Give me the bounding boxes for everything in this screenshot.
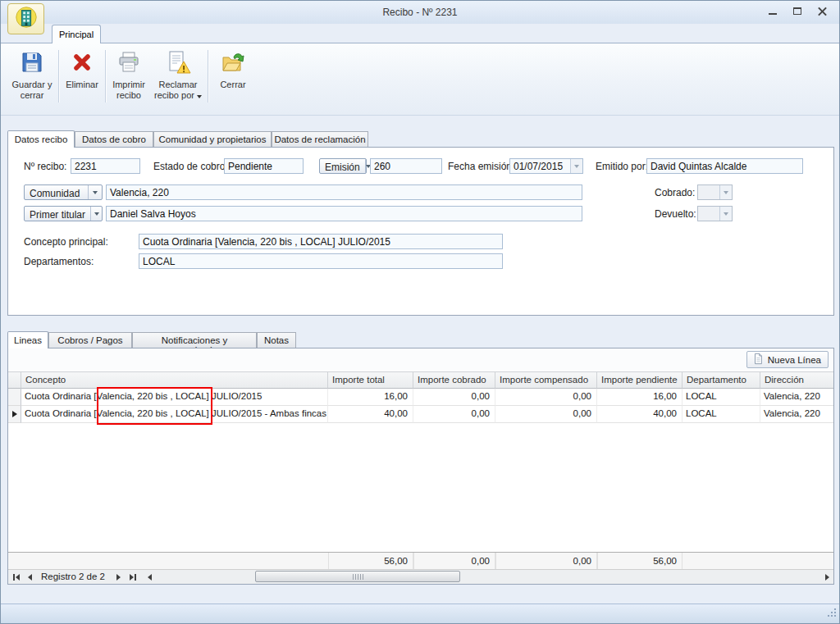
current-row-arrow-icon [12, 411, 17, 417]
cell-importe-cobrado[interactable]: 0,00 [413, 406, 495, 423]
record-navigator: Registro 2 de 2 [8, 570, 833, 584]
title-bar[interactable]: Recibo - Nº 2231 [1, 1, 839, 24]
cell-importe-pendiente[interactable]: 16,00 [597, 389, 682, 406]
departamentos-field[interactable]: LOCAL [139, 253, 503, 269]
cell-importe-compensado[interactable]: 0,00 [495, 406, 597, 423]
tab-notas[interactable]: Notas [257, 332, 296, 348]
dropdown-arrow-icon [574, 165, 579, 168]
fecha-emision-field[interactable]: 01/07/2015 [509, 158, 583, 174]
horizontal-scrollbar-thumb[interactable] [255, 571, 460, 582]
delete-label: Eliminar [66, 80, 98, 90]
date-dropdown-button[interactable] [570, 159, 582, 173]
concepto-principal-label: Concepto principal: [24, 236, 108, 248]
minimize-icon [769, 13, 777, 15]
comunidad-dropdown[interactable] [88, 185, 102, 199]
ribbon: Guardar y cerrar Eliminar Imprimir recib… [1, 43, 839, 116]
emision-number-field[interactable]: 260 [370, 158, 442, 174]
num-recibo-field[interactable]: 2231 [71, 158, 140, 174]
fecha-emision-label: Fecha emisión: [448, 161, 514, 172]
close-form-button[interactable]: Cerrar [212, 47, 254, 111]
estado-cobro-label: Estado de cobro: [153, 161, 228, 172]
close-button[interactable] [815, 5, 829, 18]
row-indicator [8, 389, 21, 406]
tab-comunidad-y-propietarios[interactable]: Comunidad y propietarios [153, 131, 272, 148]
column-header-direccion[interactable]: Dirección [760, 371, 833, 389]
resize-grip-icon[interactable] [826, 607, 838, 622]
scroll-left-button[interactable] [148, 572, 152, 581]
building-icon [13, 5, 39, 33]
dropdown-arrow-icon [94, 212, 99, 216]
comunidad-button[interactable]: Comunidad [24, 184, 103, 200]
concepto-principal-field[interactable]: Cuota Ordinaria [Valencia, 220 bis , LOC… [139, 234, 503, 249]
cell-importe-total[interactable]: 16,00 [328, 389, 413, 406]
next-record-button[interactable] [116, 572, 121, 581]
column-header-concepto[interactable]: Concepto [21, 371, 328, 389]
comunidad-field[interactable]: Valencia, 220 [106, 184, 582, 200]
cell-importe-cobrado[interactable]: 0,00 [413, 389, 495, 406]
nueva-linea-button[interactable]: Nueva Línea [746, 351, 829, 368]
tab-datos-recibo[interactable]: Datos recibo [7, 130, 75, 148]
devuelto-dropdown[interactable] [719, 207, 732, 221]
column-header-departamento[interactable]: Departamento [682, 371, 760, 389]
cobrado-dropdown[interactable] [719, 185, 732, 199]
cell-direccion[interactable]: Valencia, 220 [760, 389, 833, 406]
window-controls [766, 5, 829, 18]
primer-titular-field[interactable]: Daniel Salva Hoyos [106, 206, 582, 221]
cell-departamento[interactable]: LOCAL [682, 389, 760, 406]
app-menu-button[interactable] [7, 3, 44, 34]
cell-importe-total[interactable]: 40,00 [328, 406, 413, 423]
emitido-por-field[interactable]: David Quintas Alcalde [646, 158, 803, 174]
column-header-importe-total[interactable]: Importe total [328, 371, 413, 389]
restore-button[interactable] [791, 5, 805, 18]
estado-cobro-field[interactable]: Pendiente [224, 158, 304, 174]
primer-titular-dropdown[interactable] [90, 207, 102, 221]
scroll-right-button[interactable] [825, 572, 829, 581]
column-header-importe-pendiente[interactable]: Importe pendiente [597, 371, 682, 389]
previous-record-button[interactable] [28, 572, 32, 581]
last-record-button[interactable] [130, 572, 136, 581]
primer-titular-button[interactable]: Primer titular [24, 206, 103, 221]
column-header-importe-cobrado[interactable]: Importe cobrado [413, 371, 495, 389]
cell-departamento[interactable]: LOCAL [682, 406, 760, 423]
first-record-button[interactable] [13, 572, 20, 581]
ribbon-separator [105, 50, 107, 102]
tab-cobros-pagos[interactable]: Cobros / Pagos [48, 332, 132, 348]
print-receipt-button[interactable]: Imprimir recibo [108, 47, 149, 111]
ribbon-separator [208, 50, 209, 102]
summary-importe-total: 56,00 [328, 553, 413, 569]
minimize-button[interactable] [766, 5, 780, 18]
tab-datos-de-cobro[interactable]: Datos de cobro [75, 131, 153, 148]
claim-receipt-button[interactable]: Reclamar recibo por [151, 47, 205, 111]
dropdown-caret-icon [197, 95, 202, 98]
save-and-close-button[interactable]: Guardar y cerrar [9, 47, 55, 111]
grid-header-row: Concepto Importe total Importe cobrado I… [8, 371, 833, 389]
cell-importe-compensado[interactable]: 0,00 [495, 389, 597, 406]
dropdown-arrow-icon [724, 212, 728, 216]
cell-importe-pendiente[interactable]: 40,00 [597, 406, 682, 423]
printer-icon [116, 49, 142, 75]
dropdown-arrow-icon [93, 191, 98, 194]
summary-row: 56,00 0,00 0,00 56,00 [8, 552, 833, 570]
thumb-grip-icon [353, 574, 363, 580]
tab-datos-de-reclamacion[interactable]: Datos de reclamación [272, 131, 368, 148]
devuelto-combo[interactable] [697, 206, 733, 221]
emision-combo[interactable]: Emisión [319, 158, 367, 174]
window-title: Recibo - Nº 2231 [1, 7, 839, 18]
ribbon-tab-principal[interactable]: Principal [52, 25, 101, 43]
close-form-label: Cerrar [220, 80, 245, 90]
tab-lineas[interactable]: Lineas [7, 331, 48, 348]
close-folder-arrow-icon [220, 49, 246, 75]
lines-toolbar: Nueva Línea [8, 348, 833, 371]
restore-icon [793, 7, 801, 15]
dropdown-arrow-icon [724, 191, 728, 194]
departamentos-label: Departamentos: [24, 256, 94, 267]
delete-x-icon [69, 49, 95, 75]
claim-document-warning-icon [165, 49, 191, 75]
tab-notificaciones-y-comunicados[interactable]: Notificaciones y comunicados [132, 332, 257, 348]
emision-combo-label: Emisión [320, 159, 365, 173]
cell-direccion[interactable]: Valencia, 220 [760, 406, 833, 423]
grid-indicator-header [8, 371, 21, 389]
delete-button[interactable]: Eliminar [62, 47, 103, 111]
column-header-importe-compensado[interactable]: Importe compensado [495, 371, 597, 389]
cobrado-combo[interactable] [697, 184, 733, 200]
